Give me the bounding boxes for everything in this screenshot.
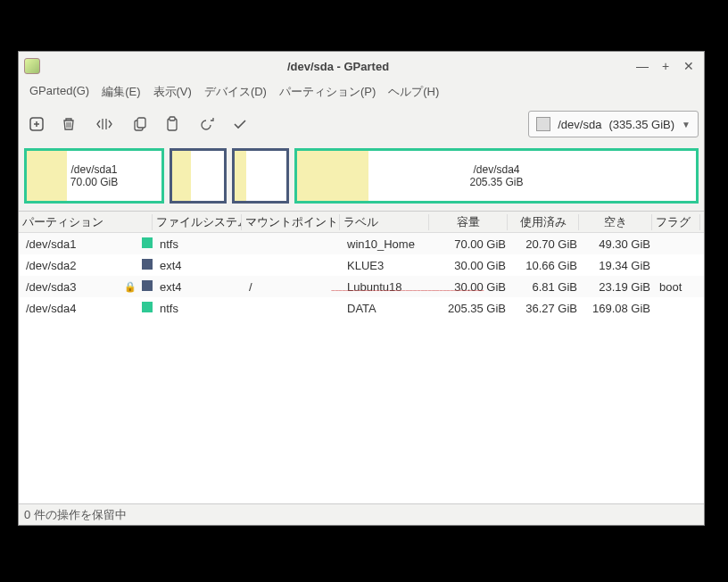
- map-label-device: /dev/sda4: [469, 163, 523, 176]
- cell-free: 19.34 GiB: [584, 259, 658, 272]
- fs-color-icon: [140, 302, 158, 315]
- col-partition[interactable]: パーティション: [19, 214, 153, 230]
- fs-color-icon: [140, 259, 158, 272]
- cell-label: DATA: [345, 302, 434, 315]
- paste-button[interactable]: [160, 112, 185, 137]
- close-button[interactable]: ✕: [682, 60, 695, 72]
- cell-label: Lubuntu18: [345, 280, 434, 294]
- cell-mount: /: [247, 280, 345, 294]
- app-window: /dev/sda - GParted — + ✕ GParted(G) 編集(E…: [18, 51, 705, 526]
- cell-size: 30.00 GiB: [434, 280, 513, 294]
- titlebar: /dev/sda - GParted — + ✕: [19, 52, 704, 80]
- new-partition-button[interactable]: [24, 112, 49, 137]
- cell-label: win10_Home: [345, 237, 434, 251]
- cell-filesystem: ext4: [158, 259, 247, 272]
- device-name: /dev/sda: [558, 118, 601, 131]
- table-row[interactable]: /dev/sda2ext4KLUE330.00 GiB10.66 GiB19.3…: [19, 254, 704, 276]
- status-bar: 0 件の操作を保留中: [19, 503, 704, 525]
- menu-device[interactable]: デバイス(D): [199, 82, 272, 102]
- cell-used: 36.27 GiB: [513, 302, 584, 315]
- cell-partition: /dev/sda3: [24, 280, 122, 294]
- chevron-down-icon: ▼: [682, 120, 691, 129]
- cell-size: 30.00 GiB: [434, 259, 513, 272]
- menubar: GParted(G) 編集(E) 表示(V) デバイス(D) パーティション(P…: [19, 80, 704, 107]
- cell-used: 10.66 GiB: [513, 259, 584, 272]
- fs-color-icon: [140, 237, 158, 251]
- cell-label: KLUE3: [345, 259, 434, 272]
- table-row[interactable]: /dev/sda1ntfswin10_Home70.00 GiB20.70 Gi…: [19, 233, 704, 254]
- svg-rect-9: [170, 117, 175, 121]
- fs-color-icon: [140, 280, 158, 294]
- toolbar: /dev/sda (335.35 GiB) ▼: [19, 107, 704, 145]
- menu-help[interactable]: ヘルプ(H): [383, 82, 444, 102]
- col-used[interactable]: 使用済み: [508, 214, 579, 230]
- device-selector[interactable]: /dev/sda (335.35 GiB) ▼: [528, 111, 699, 137]
- map-partition-sda3[interactable]: [232, 148, 289, 204]
- cell-size: 205.35 GiB: [434, 302, 513, 315]
- disk-icon: [536, 117, 550, 131]
- disk-map: /dev/sda1 70.00 GiB /dev/sda4 205.35 GiB: [19, 145, 704, 207]
- cell-size: 70.00 GiB: [434, 237, 513, 251]
- menu-partition[interactable]: パーティション(P): [274, 82, 381, 102]
- cell-free: 23.19 GiB: [584, 280, 658, 294]
- app-icon: [24, 58, 40, 74]
- table-row[interactable]: /dev/sda4ntfsDATA205.35 GiB36.27 GiB169.…: [19, 297, 704, 319]
- partition-table: パーティション ファイルシステム マウントポイント ラベル 容量 使用済み 空き…: [19, 211, 704, 503]
- col-label[interactable]: ラベル: [340, 214, 429, 230]
- map-label-size: 205.35 GiB: [469, 176, 523, 188]
- delete-partition-button[interactable]: [56, 112, 81, 137]
- cell-flags: boot: [658, 280, 704, 294]
- undo-button[interactable]: [195, 112, 220, 137]
- map-partition-sda4[interactable]: /dev/sda4 205.35 GiB: [294, 148, 699, 204]
- minimize-button[interactable]: —: [636, 60, 649, 72]
- svg-rect-7: [137, 118, 145, 128]
- table-body: ~~~~~~~~~~~~~~~~~~~~~~~~~~~~~~~~~~~~~~~~…: [19, 233, 704, 503]
- apply-button[interactable]: [228, 112, 252, 137]
- menu-edit[interactable]: 編集(E): [96, 82, 145, 102]
- table-header: パーティション ファイルシステム マウントポイント ラベル 容量 使用済み 空き…: [19, 212, 704, 233]
- device-size: (335.35 GiB): [608, 118, 674, 131]
- maximize-button[interactable]: +: [659, 60, 672, 72]
- window-controls: — + ✕: [636, 60, 699, 72]
- cell-partition: /dev/sda1: [24, 237, 122, 251]
- map-partition-sda1[interactable]: /dev/sda1 70.00 GiB: [24, 148, 164, 204]
- col-filesystem[interactable]: ファイルシステム: [153, 214, 242, 230]
- map-partition-sda2[interactable]: [170, 148, 227, 204]
- col-mount[interactable]: マウントポイント: [242, 214, 340, 230]
- menu-view[interactable]: 表示(V): [148, 82, 197, 102]
- cell-filesystem: ntfs: [158, 302, 247, 315]
- table-row[interactable]: /dev/sda3🔒ext4/Lubuntu1830.00 GiB6.81 Gi…: [19, 276, 704, 297]
- cell-free: 49.30 GiB: [584, 237, 658, 251]
- cell-used: 20.70 GiB: [513, 237, 584, 251]
- col-flags[interactable]: フラグ: [652, 214, 700, 230]
- resize-button[interactable]: [92, 112, 117, 137]
- col-free[interactable]: 空き: [579, 214, 652, 230]
- cell-filesystem: ntfs: [158, 237, 247, 251]
- col-size[interactable]: 容量: [429, 214, 508, 230]
- cell-partition: /dev/sda2: [24, 259, 122, 272]
- cell-free: 169.08 GiB: [584, 302, 658, 315]
- cell-filesystem: ext4: [158, 280, 247, 294]
- status-text: 0 件の操作を保留中: [24, 507, 127, 523]
- cell-partition: /dev/sda4: [24, 302, 122, 315]
- cell-used: 6.81 GiB: [513, 280, 584, 294]
- map-label-size: 70.00 GiB: [70, 176, 118, 188]
- map-label-device: /dev/sda1: [70, 163, 118, 176]
- copy-button[interactable]: [128, 112, 153, 137]
- menu-gparted[interactable]: GParted(G): [24, 82, 95, 102]
- window-title: /dev/sda - GParted: [47, 60, 629, 73]
- lock-icon: 🔒: [122, 281, 140, 293]
